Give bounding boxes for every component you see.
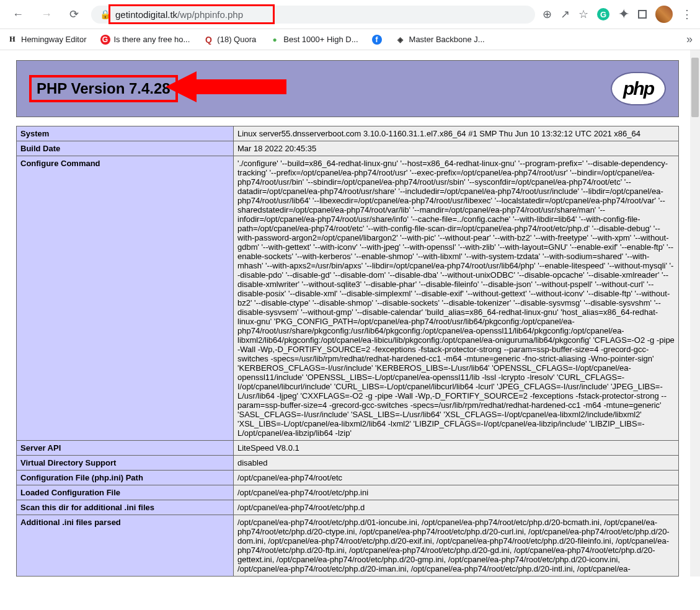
browser-toolbar: ← → ⟳ 🔒 getintodigital.tk/wp/phpinfo.php… — [0, 0, 700, 29]
table-key: Configuration File (php.ini) Path — [17, 471, 234, 485]
php-logo-text: php — [623, 78, 653, 99]
bookmark-icon: H — [7, 35, 17, 45]
table-value: /opt/cpanel/ea-php74/root/etc/php.d/01-i… — [234, 515, 679, 577]
table-row: Configuration File (php.ini) Path/opt/cp… — [17, 471, 679, 485]
table-key: Loaded Configuration File — [17, 485, 234, 500]
bookmark-label: Is there any free ho... — [114, 35, 190, 44]
table-key: Additional .ini files parsed — [17, 515, 234, 577]
table-value: /opt/cpanel/ea-php74/root/etc — [234, 471, 679, 485]
table-key: Configure Command — [17, 156, 234, 441]
bookmark-icon: Q — [203, 35, 213, 45]
bookmark-label: Best 1000+ High D... — [283, 35, 358, 44]
toolbar-right: ⊕ ↗ ☆ G ✦ ⋮ — [543, 6, 693, 23]
share-icon[interactable]: ↗ — [560, 7, 570, 21]
table-key: Scan this dir for additional .ini files — [17, 500, 234, 515]
bookmark-item[interactable]: ●Best 1000+ High D... — [270, 35, 358, 45]
table-key: System — [17, 126, 234, 141]
bookmark-item[interactable]: Q(18) Quora — [203, 35, 256, 45]
bookmark-label: Hemingway Editor — [21, 35, 87, 44]
table-row: Scan this dir for additional .ini files/… — [17, 500, 679, 515]
table-row: Server APILiteSpeed V8.0.1 — [17, 441, 679, 456]
bookmark-label: (18) Quora — [217, 35, 256, 44]
grammarly-icon[interactable]: G — [597, 8, 609, 20]
svg-marker-0 — [166, 71, 286, 102]
table-value: './configure' '--build=x86_64-redhat-lin… — [234, 156, 679, 441]
table-row: Additional .ini files parsed/opt/cpanel/… — [17, 515, 679, 577]
extensions-icon[interactable]: ✦ — [618, 6, 629, 22]
menu-dots-icon[interactable]: ⋮ — [681, 7, 693, 21]
table-row: Virtual Directory Supportdisabled — [17, 456, 679, 471]
table-key: Server API — [17, 441, 234, 456]
bookmark-item[interactable]: GIs there any free ho... — [100, 35, 190, 45]
zoom-icon[interactable]: ⊕ — [543, 7, 552, 21]
bookmark-item[interactable]: ◈Master Backbone J... — [396, 35, 485, 45]
phpinfo-header: PHP Version 7.4.28 php — [16, 60, 679, 117]
php-logo: php — [611, 72, 666, 105]
url-path: /wp/phpinfo.php — [177, 9, 243, 20]
table-value: Linux server55.dnsserverboot.com 3.10.0-… — [234, 126, 679, 141]
phpinfo-table: SystemLinux server55.dnsserverboot.com 3… — [16, 126, 679, 577]
reading-list-icon[interactable] — [638, 10, 647, 19]
lock-icon: 🔒 — [100, 9, 110, 19]
php-version-title: PHP Version 7.4.28 — [37, 80, 171, 97]
bookmark-item[interactable]: HHemingway Editor — [7, 35, 87, 45]
back-button[interactable]: ← — [7, 6, 29, 24]
bookmarks-bar: HHemingway EditorGIs there any free ho..… — [0, 29, 700, 50]
table-value: Mar 18 2022 20:45:35 — [234, 141, 679, 156]
table-row: Build DateMar 18 2022 20:45:35 — [17, 141, 679, 156]
star-icon[interactable]: ☆ — [578, 7, 588, 21]
url-host: getintodigital.tk — [115, 9, 177, 20]
table-value: LiteSpeed V8.0.1 — [234, 441, 679, 456]
bookmark-icon: ◈ — [396, 35, 405, 45]
bookmark-label: Master Backbone J... — [409, 35, 485, 44]
scrollbar-thumb[interactable] — [691, 58, 699, 117]
reload-button[interactable]: ⟳ — [64, 5, 84, 24]
page-content: PHP Version 7.4.28 php SystemLinux serve… — [0, 50, 690, 577]
table-key: Virtual Directory Support — [17, 456, 234, 471]
scrollbar[interactable] — [690, 50, 700, 577]
bookmark-icon: ● — [270, 35, 280, 45]
arrow-annotation — [166, 68, 290, 108]
table-value: /opt/cpanel/ea-php74/root/etc/php.ini — [234, 485, 679, 500]
bookmark-item[interactable]: f — [372, 35, 382, 45]
url-text: getintodigital.tk/wp/phpinfo.php — [115, 9, 526, 20]
forward-button[interactable]: → — [36, 6, 57, 24]
bookmarks-more-icon[interactable]: » — [686, 33, 693, 46]
php-version-highlight: PHP Version 7.4.28 — [29, 75, 178, 102]
table-key: Build Date — [17, 141, 234, 156]
table-value: /opt/cpanel/ea-php74/root/etc/php.d — [234, 500, 679, 515]
address-bar[interactable]: 🔒 getintodigital.tk/wp/phpinfo.php — [91, 6, 535, 24]
table-row: Configure Command'./configure' '--build=… — [17, 156, 679, 441]
profile-avatar[interactable] — [655, 6, 673, 23]
table-value: disabled — [234, 456, 679, 471]
table-row: SystemLinux server55.dnsserverboot.com 3… — [17, 126, 679, 141]
bookmark-icon: f — [372, 35, 382, 45]
table-row: Loaded Configuration File/opt/cpanel/ea-… — [17, 485, 679, 500]
bookmark-icon: G — [100, 35, 110, 45]
